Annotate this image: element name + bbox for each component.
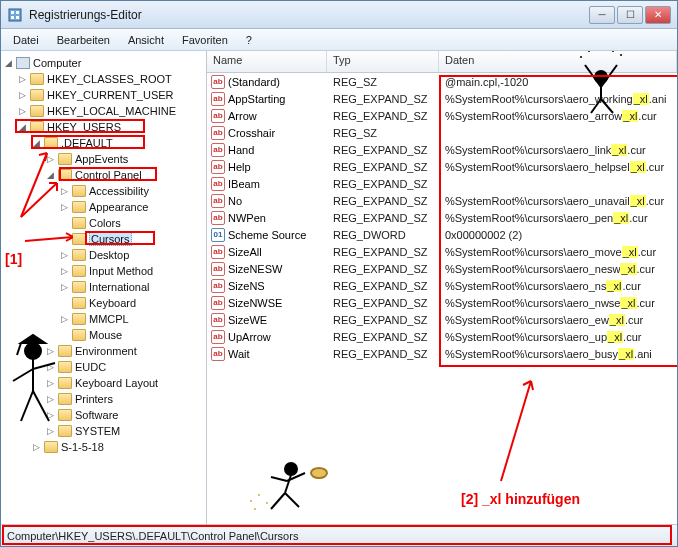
expand-icon[interactable]: ▷ <box>45 394 55 404</box>
list-row[interactable]: abNWPenREG_EXPAND_SZ%SystemRoot%\cursors… <box>207 209 677 226</box>
list-row[interactable]: abIBeamREG_EXPAND_SZ <box>207 175 677 192</box>
list-row[interactable]: abWaitREG_EXPAND_SZ%SystemRoot%\cursors\… <box>207 345 677 362</box>
list-row[interactable]: 01Scheme SourceREG_DWORD0x00000002 (2) <box>207 226 677 243</box>
tree-node[interactable]: ▷HKEY_CLASSES_ROOT <box>3 71 206 87</box>
list-row[interactable]: abArrowREG_EXPAND_SZ%SystemRoot%\cursors… <box>207 107 677 124</box>
tree-label[interactable]: Keyboard Layout <box>75 377 158 389</box>
expand-icon[interactable]: ▷ <box>59 282 69 292</box>
tree-label[interactable]: HKEY_CLASSES_ROOT <box>47 73 172 85</box>
tree-label[interactable]: HKEY_CURRENT_USER <box>47 89 174 101</box>
tree-node[interactable]: ▷Accessibility <box>3 183 206 199</box>
tree-node[interactable]: ◢.DEFAULT <box>3 135 206 151</box>
expand-icon[interactable]: ▷ <box>17 74 27 84</box>
header-type[interactable]: Typ <box>327 51 439 72</box>
tree-node[interactable]: ▷Software <box>3 407 206 423</box>
tree-label[interactable]: Colors <box>89 217 121 229</box>
tree-node[interactable]: ◢Computer <box>3 55 206 71</box>
list-header[interactable]: Name Typ Daten <box>207 51 677 73</box>
tree-label[interactable]: Computer <box>33 57 81 69</box>
list-row[interactable]: abSizeNESWREG_EXPAND_SZ%SystemRoot%\curs… <box>207 260 677 277</box>
tree-node[interactable]: Keyboard <box>3 295 206 311</box>
titlebar[interactable]: Registrierungs-Editor ─ ☐ ✕ <box>1 1 677 29</box>
list-row[interactable]: abUpArrowREG_EXPAND_SZ%SystemRoot%\curso… <box>207 328 677 345</box>
tree-label[interactable]: Appearance <box>89 201 148 213</box>
tree-label[interactable]: HKEY_USERS <box>47 121 121 133</box>
expand-icon[interactable]: ▷ <box>17 90 27 100</box>
expand-icon[interactable]: ▷ <box>17 106 27 116</box>
tree-label[interactable]: Software <box>75 409 118 421</box>
tree-node[interactable]: Colors <box>3 215 206 231</box>
tree-node[interactable]: ▷Keyboard Layout <box>3 375 206 391</box>
expand-icon[interactable]: ▷ <box>45 378 55 388</box>
tree-label[interactable]: S-1-5-18 <box>61 441 104 453</box>
tree-node[interactable]: ▷HKEY_CURRENT_USER <box>3 87 206 103</box>
tree-label[interactable]: .DEFAULT <box>61 137 113 149</box>
tree-node[interactable]: ▷Input Method <box>3 263 206 279</box>
menu-datei[interactable]: Datei <box>5 32 47 48</box>
tree-node[interactable]: Mouse <box>3 327 206 343</box>
tree-label[interactable]: Mouse <box>89 329 122 341</box>
expand-icon[interactable]: ▷ <box>45 154 55 164</box>
tree-label[interactable]: International <box>89 281 150 293</box>
tree-node[interactable]: ▷HKEY_LOCAL_MACHINE <box>3 103 206 119</box>
tree-node[interactable]: ▷S-1-5-18 <box>3 439 206 455</box>
list-row[interactable]: abSizeNWSEREG_EXPAND_SZ%SystemRoot%\curs… <box>207 294 677 311</box>
tree-node[interactable]: ▷Desktop <box>3 247 206 263</box>
expand-icon[interactable]: ▷ <box>45 426 55 436</box>
tree-label[interactable]: Input Method <box>89 265 153 277</box>
list-row[interactable]: abCrosshairREG_SZ <box>207 124 677 141</box>
expand-icon[interactable]: ◢ <box>45 170 55 180</box>
header-data[interactable]: Daten <box>439 51 677 72</box>
tree-label[interactable]: Cursors <box>89 232 132 246</box>
tree-label[interactable]: EUDC <box>75 361 106 373</box>
tree-label[interactable]: HKEY_LOCAL_MACHINE <box>47 105 176 117</box>
menu-help[interactable]: ? <box>238 32 260 48</box>
menu-bearbeiten[interactable]: Bearbeiten <box>49 32 118 48</box>
list-row[interactable]: abNoREG_EXPAND_SZ%SystemRoot%\cursors\ae… <box>207 192 677 209</box>
list-row[interactable]: abAppStartingREG_EXPAND_SZ%SystemRoot%\c… <box>207 90 677 107</box>
minimize-button[interactable]: ─ <box>589 6 615 24</box>
expand-icon[interactable]: ◢ <box>3 58 13 68</box>
tree-node[interactable]: ▷Printers <box>3 391 206 407</box>
expand-icon[interactable]: ▷ <box>59 266 69 276</box>
expand-icon[interactable]: ▷ <box>59 314 69 324</box>
expand-icon[interactable]: ▷ <box>31 442 41 452</box>
tree-node[interactable]: ▷Environment <box>3 343 206 359</box>
close-button[interactable]: ✕ <box>645 6 671 24</box>
list-row[interactable]: abSizeWEREG_EXPAND_SZ%SystemRoot%\cursor… <box>207 311 677 328</box>
registry-values-list[interactable]: Name Typ Daten ab(Standard)REG_SZ@main.c… <box>207 51 677 524</box>
tree-node[interactable]: ▷AppEvents <box>3 151 206 167</box>
list-row[interactable]: abHandREG_EXPAND_SZ%SystemRoot%\cursors\… <box>207 141 677 158</box>
expand-icon[interactable]: ▷ <box>45 346 55 356</box>
menu-favoriten[interactable]: Favoriten <box>174 32 236 48</box>
expand-icon[interactable]: ▷ <box>45 410 55 420</box>
tree-node[interactable]: ◢Control Panel <box>3 167 206 183</box>
list-row[interactable]: abHelpREG_EXPAND_SZ%SystemRoot%\cursors\… <box>207 158 677 175</box>
tree-label[interactable]: SYSTEM <box>75 425 120 437</box>
tree-label[interactable]: AppEvents <box>75 153 128 165</box>
tree-label[interactable]: Accessibility <box>89 185 149 197</box>
tree-label[interactable]: Environment <box>75 345 137 357</box>
list-row[interactable]: abSizeAllREG_EXPAND_SZ%SystemRoot%\curso… <box>207 243 677 260</box>
tree-node[interactable]: ▷International <box>3 279 206 295</box>
menu-ansicht[interactable]: Ansicht <box>120 32 172 48</box>
tree-label[interactable]: MMCPL <box>89 313 129 325</box>
expand-icon[interactable]: ◢ <box>31 138 41 148</box>
tree-node[interactable]: ▷EUDC <box>3 359 206 375</box>
tree-label[interactable]: Control Panel <box>75 169 142 181</box>
registry-tree[interactable]: ◢Computer▷HKEY_CLASSES_ROOT▷HKEY_CURRENT… <box>1 51 207 524</box>
expand-icon[interactable]: ▷ <box>45 362 55 372</box>
expand-icon[interactable]: ▷ <box>59 202 69 212</box>
tree-node[interactable]: Cursors <box>3 231 206 247</box>
tree-label[interactable]: Keyboard <box>89 297 136 309</box>
expand-icon[interactable]: ▷ <box>59 186 69 196</box>
list-row[interactable]: ab(Standard)REG_SZ@main.cpl,-1020 <box>207 73 677 90</box>
expand-icon[interactable]: ▷ <box>59 250 69 260</box>
header-name[interactable]: Name <box>207 51 327 72</box>
maximize-button[interactable]: ☐ <box>617 6 643 24</box>
tree-node[interactable]: ▷Appearance <box>3 199 206 215</box>
list-row[interactable]: abSizeNSREG_EXPAND_SZ%SystemRoot%\cursor… <box>207 277 677 294</box>
tree-label[interactable]: Printers <box>75 393 113 405</box>
expand-icon[interactable]: ◢ <box>17 122 27 132</box>
tree-node[interactable]: ▷SYSTEM <box>3 423 206 439</box>
